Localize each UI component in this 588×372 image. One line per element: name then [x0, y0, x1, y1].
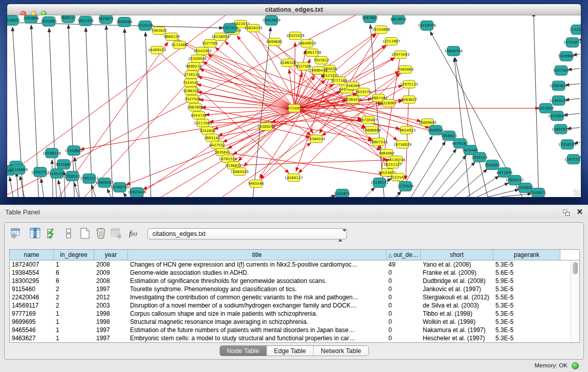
new-table-icon[interactable]	[78, 227, 92, 240]
table-row[interactable]: 1938455462009Genome-wide association stu…	[10, 269, 579, 277]
delete-table-icon[interactable]	[110, 227, 123, 240]
graph-node-label: 12213563	[194, 121, 212, 125]
window-resize-grip[interactable]	[574, 190, 580, 196]
cell-title: Embryonic stem cells: a model to study s…	[128, 334, 386, 342]
cell-title: Corpus callosum shape and size in male p…	[128, 310, 386, 318]
graph-node-label: 9329966	[558, 54, 574, 58]
cell-in_degree: 2	[54, 301, 94, 310]
graph-node-label: 2031065	[41, 19, 57, 24]
cell-name: 22420046	[10, 293, 54, 301]
cell-in_degree: 6	[54, 269, 94, 277]
cell-name: 18300295	[10, 277, 54, 285]
table-row[interactable]: 1872400712008Changes of HCN gene express…	[10, 260, 579, 269]
tab-node-table[interactable]: Node Table	[220, 346, 267, 356]
column-header-year[interactable]: year	[94, 250, 128, 260]
column-header-title[interactable]: title	[128, 250, 386, 260]
vertical-scrollbar[interactable]	[571, 260, 579, 342]
close-icon[interactable]: ✕	[576, 207, 583, 216]
network-canvas[interactable]: 1872400718300295193845548912954182260589…	[7, 15, 581, 197]
float-window-icon[interactable]	[563, 209, 570, 216]
cell-title: Changes of HCN gene expression and I(f) …	[128, 260, 386, 269]
function-builder-icon[interactable]: f(x)	[126, 227, 140, 240]
table-row[interactable]: 946362711997Embryonic stem cells: a mode…	[10, 334, 579, 342]
column-header-pagerank[interactable]: pagerank	[493, 250, 560, 260]
graph-node-label: 7463822	[151, 29, 167, 33]
graph-node-label: 2935114	[471, 156, 488, 160]
graph-node-label: 9115460	[171, 43, 187, 47]
cell-year: 1998	[94, 318, 128, 326]
graph-node-label: 7515526	[137, 24, 153, 28]
graph-node-label: 17359924	[64, 149, 83, 153]
graph-node-label: 15884520	[231, 170, 249, 174]
cell-pagerank: 5.3E-5	[493, 301, 560, 310]
table-row[interactable]: 911546021997Tourette syndrome. Phenomeno…	[10, 285, 579, 293]
tab-edge-table[interactable]: Edge Table	[267, 346, 313, 356]
merge-rows-icon[interactable]	[62, 227, 75, 240]
graph-node-label: 2620651	[7, 18, 20, 23]
table-settings-icon[interactable]	[10, 227, 23, 240]
cell-in_degree: 1	[54, 326, 94, 334]
graph-node-label: 9660128	[164, 35, 180, 39]
graph-node-label: 19384554	[307, 137, 325, 141]
column-header-name[interactable]: name	[10, 250, 54, 260]
cell-out_degree: 0	[386, 269, 421, 277]
table-selector-value: citations_edges.txt	[153, 230, 206, 237]
select-rows-icon[interactable]	[46, 227, 59, 240]
graph-node-label: 19756928	[394, 143, 411, 147]
network-window: citations_edges.txt 18724007183002951938…	[7, 4, 581, 198]
graph-node-label: 9245652	[517, 186, 533, 190]
graph-nodes[interactable]: 1872400718300295193845548912954182260589…	[7, 15, 581, 197]
cell-title: Investigating the contribution of common…	[128, 293, 386, 301]
cell-short: Jankovic et al. (1997)	[421, 285, 493, 293]
graph-node-label: 12942757	[31, 170, 49, 174]
graph-node-label: 1103884	[23, 16, 39, 20]
cell-out_degree: 49	[386, 260, 421, 269]
graph-node-label: 9327506	[295, 64, 311, 69]
delete-rows-icon[interactable]	[94, 227, 107, 240]
graph-node-label: 1112503	[570, 28, 581, 32]
graph-node-label: 11156869	[10, 168, 28, 172]
memory-status-indicator[interactable]	[572, 362, 579, 369]
graph-node-label: 12213987	[382, 39, 400, 43]
tab-network-table[interactable]: Network Table	[314, 346, 368, 356]
citation-network-graph[interactable]: 1872400718300295193845548912954182260589…	[7, 15, 581, 197]
cell-title: Estimation of significance thresholds fo…	[128, 277, 386, 285]
column-header-in_degree[interactable]: in_degree	[54, 250, 94, 260]
graph-node-label: 16648784	[444, 49, 463, 53]
graph-node-label: 20206576	[43, 151, 61, 156]
graph-node-label: 9884067	[379, 151, 395, 156]
table-row[interactable]: 2242004622012Investigating the contribut…	[10, 293, 579, 301]
graph-node-label: 7485063	[398, 68, 413, 72]
cell-out_degree: 0	[386, 285, 421, 293]
graph-node-label: 2718126	[184, 73, 200, 77]
graph-node-label: 12923446	[128, 190, 146, 194]
cell-out_degree: 0	[386, 318, 421, 326]
show-column-icon[interactable]	[29, 227, 42, 240]
graph-node-label: 1733426	[398, 184, 413, 188]
graph-node-label: 9463627	[401, 98, 417, 102]
scrollbar-thumb[interactable]	[573, 262, 578, 274]
table-row[interactable]: 1456911722003Disruption of a novel membe…	[10, 301, 579, 310]
graph-node-label: 2522542	[390, 176, 406, 180]
network-window-titlebar[interactable]: citations_edges.txt	[7, 4, 581, 15]
table-selector-dropdown[interactable]: citations_edges.txt	[147, 228, 347, 239]
cell-in_degree: 1	[54, 334, 94, 342]
table-row[interactable]: 969969511998Structural magnetic resonanc…	[10, 318, 579, 326]
column-header-out_degree[interactable]: △out_de…	[386, 250, 421, 260]
column-header-short[interactable]: short	[421, 250, 493, 260]
application-window: citations_edges.txt 18724007183002951938…	[0, 0, 588, 372]
cell-year: 2008	[94, 260, 128, 269]
graph-node-label: 15692971	[552, 127, 570, 132]
graph-node-label: 12975115	[400, 82, 418, 86]
graph-node-label: 5051358	[78, 19, 94, 23]
graph-node-label: 19218506	[418, 24, 436, 28]
cell-name: 14569117	[10, 301, 54, 310]
graph-node-label: 19654923	[398, 128, 416, 133]
table-row[interactable]: 977716911998Corpus callosum shape and si…	[10, 310, 579, 318]
cell-out_degree: 0	[386, 301, 421, 310]
table-row[interactable]: 1830029562008Estimation of significance …	[10, 277, 579, 285]
cell-pagerank: 5.3E-5	[493, 334, 560, 342]
graph-node-label: 17957223	[80, 177, 98, 181]
graph-node-label: 18640910	[298, 41, 316, 46]
table-row[interactable]: 946554611997Estimation of the future num…	[10, 326, 579, 334]
